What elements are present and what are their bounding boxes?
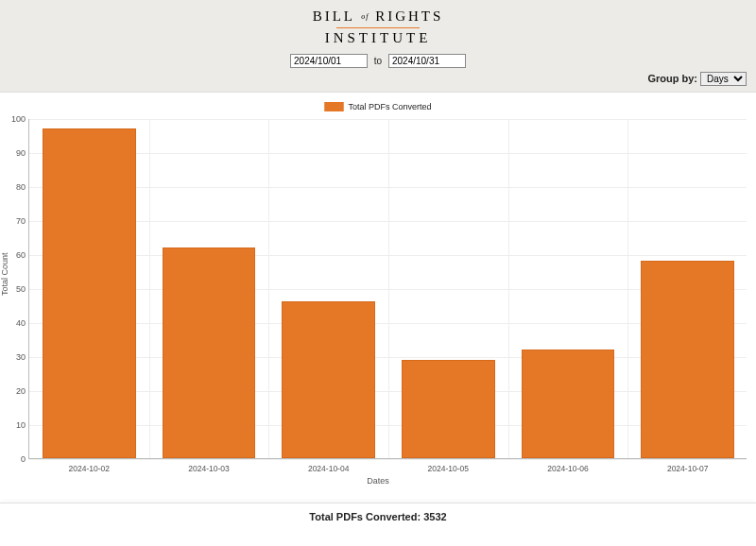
chart-bar[interactable] — [163, 247, 256, 458]
logo-word-bill: BILL — [313, 9, 355, 24]
chart-bar[interactable] — [522, 350, 615, 458]
y-tick-label: 80 — [9, 182, 26, 192]
y-tick-label: 30 — [9, 352, 26, 362]
chart-bar[interactable] — [402, 360, 495, 458]
y-tick-label: 10 — [9, 420, 26, 430]
brand-logo: BILL of RIGHTS INSTITUTE — [0, 9, 756, 46]
footer-total: Total PDFs Converted: 3532 — [0, 503, 756, 530]
chart-bar[interactable] — [43, 128, 136, 458]
x-axis-label: Dates — [367, 476, 389, 486]
y-tick-label: 40 — [9, 318, 26, 328]
x-tick-label: 2024-10-02 — [69, 464, 110, 473]
date-from-input[interactable] — [290, 54, 368, 68]
y-tick-label: 90 — [9, 148, 26, 158]
x-tick-label: 2024-10-05 — [428, 464, 469, 473]
date-to-label: to — [374, 56, 382, 66]
gridline-v — [268, 119, 269, 458]
gridline-h — [29, 459, 747, 460]
chart-bar[interactable] — [641, 261, 734, 458]
group-by-control: Group by: Days — [647, 72, 747, 86]
logo-divider — [336, 27, 420, 28]
chart-legend: Total PDFs Converted — [324, 102, 431, 111]
y-tick-label: 0 — [9, 454, 26, 464]
gridline-v — [627, 119, 628, 458]
legend-series-label: Total PDFs Converted — [348, 102, 431, 111]
logo-line-2: INSTITUTE — [0, 31, 756, 46]
group-by-label: Group by: — [647, 73, 697, 84]
header: BILL of RIGHTS INSTITUTE to Group by: Da… — [0, 0, 756, 93]
y-tick-label: 50 — [9, 284, 26, 294]
chart-bar[interactable] — [282, 301, 375, 458]
footer-total-label: Total PDFs Converted: — [309, 511, 421, 522]
gridline-v — [508, 119, 509, 458]
legend-swatch-icon — [324, 102, 343, 111]
plot-region: 01020304050607080901002024-10-022024-10-… — [28, 119, 747, 459]
gridline-v — [149, 119, 150, 458]
date-range-row: to — [0, 54, 756, 68]
y-tick-label: 20 — [9, 386, 26, 396]
x-tick-label: 2024-10-03 — [188, 464, 229, 473]
footer-total-value: 3532 — [423, 511, 446, 522]
logo-word-of: of — [361, 12, 369, 21]
chart-area: Total PDFs Converted Total Count 0102030… — [0, 93, 756, 499]
x-tick-label: 2024-10-07 — [667, 464, 708, 473]
group-by-select[interactable]: Days — [700, 72, 747, 86]
y-tick-label: 100 — [9, 114, 26, 124]
x-tick-label: 2024-10-06 — [547, 464, 588, 473]
logo-line-1: BILL of RIGHTS — [0, 9, 756, 25]
date-to-input[interactable] — [388, 54, 466, 68]
logo-word-rights: RIGHTS — [375, 9, 443, 24]
gridline-v — [388, 119, 389, 458]
x-tick-label: 2024-10-04 — [308, 464, 349, 473]
y-tick-label: 70 — [9, 216, 26, 226]
y-tick-label: 60 — [9, 250, 26, 260]
